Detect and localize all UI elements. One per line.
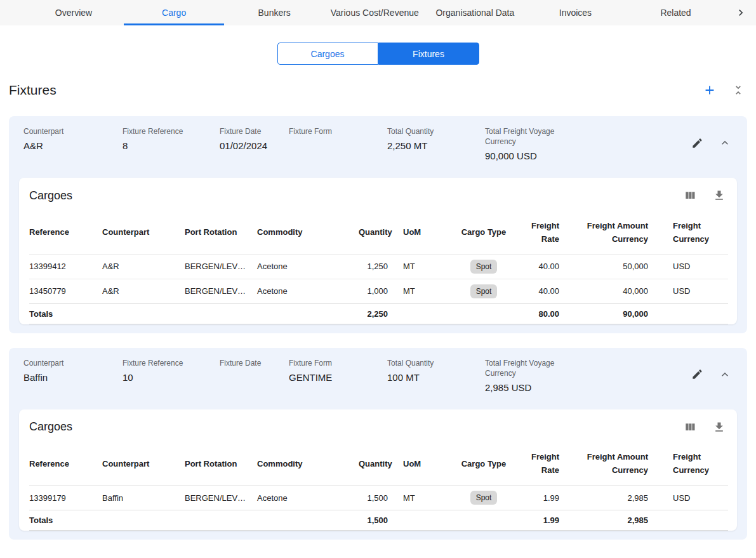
col-freight-amount-currency: Freight Amount Currency [569,212,658,254]
col-counterpart: Counterpart [102,212,185,254]
field-label: Counterpart [23,126,103,136]
col-freight-rate: Freight Rate [512,212,569,254]
cell-freight-amount-currency: 50,000 [569,254,658,279]
cell-counterpart: Baffin [102,486,185,510]
download-icon [713,421,726,434]
cell-commodity: Acetone [257,254,359,279]
field-label: Counterpart [23,358,103,368]
field-label: Fixture Reference [123,358,202,368]
tab-bunkers[interactable]: Bunkers [224,0,324,25]
col-freight-amount-currency: Freight Amount Currency [569,444,658,486]
cargo-type-chip: Spot [470,284,498,298]
totals-label: Totals [29,303,102,324]
tab-various-cost-revenue[interactable]: Various Cost/Revenue [324,0,425,25]
cargoes-title: Cargoes [29,420,72,434]
field-counterpart: Counterpart A&R [23,126,123,152]
toggle-cargoes-button[interactable]: Cargoes [277,43,378,65]
field-total-freight-voyage-currency: Total Freight Voyage Currency 90,000 USD [485,126,593,163]
cell-reference: 13450779 [29,279,102,303]
cargoes-table-actions [682,420,727,435]
cell-quantity: 1,000 [359,279,398,303]
edit-fixture-button[interactable] [690,136,705,150]
cell-counterpart: A&R [102,254,185,279]
cell-cargo-type: Spot [455,486,512,510]
col-reference: Reference [29,212,102,254]
add-fixture-button[interactable] [701,82,718,98]
totals-freight-rate: 80.00 [512,303,569,324]
fixture-header: Counterpart Baffin Fixture Reference 10 … [9,348,747,409]
download-icon [713,189,726,202]
col-reference: Reference [29,444,102,486]
page-actions [701,82,746,98]
download-button[interactable] [712,188,727,203]
field-fixture-date: Fixture Date [220,358,289,384]
cargoes-title: Cargoes [29,189,72,203]
column-settings-button[interactable] [682,188,698,203]
col-uom: UoM [398,444,455,486]
edit-fixture-button[interactable] [690,367,705,382]
toggle-fixtures-button[interactable]: Fixtures [378,43,479,65]
table-row[interactable]: 13399179 Baffin BERGEN/LEV… Acetone 1,50… [29,486,728,510]
totals-freight-rate: 1.99 [512,510,569,531]
pencil-icon [691,137,703,149]
field-label: Fixture Form [289,126,368,136]
collapse-all-button[interactable] [731,83,746,98]
cargoes-table-actions [682,188,727,203]
totals-freight-amount-currency: 90,000 [569,303,658,324]
cell-freight-amount-currency: 2,985 [569,486,658,510]
tab-cargo[interactable]: Cargo [124,0,224,25]
totals-row: Totals 1,500 1.99 2,985 [29,510,728,531]
field-value: GENTIME [289,371,380,384]
collapse-fixture-button[interactable] [717,135,733,150]
field-value: 100 MT [387,371,477,384]
cargoes-panel-header: Cargoes [29,188,727,212]
unfold-less-icon [732,84,745,96]
field-fixture-date: Fixture Date 01/02/2024 [220,126,289,152]
fixture-header: Counterpart A&R Fixture Reference 8 Fixt… [9,116,747,178]
col-cargo-type: Cargo Type [455,212,512,254]
field-counterpart: Counterpart Baffin [23,358,123,384]
cargo-type-chip: Spot [470,260,498,274]
col-quantity: Quantity [359,444,398,486]
field-label: Total Quantity [387,126,467,136]
tab-organisational-data[interactable]: Organisational Data [425,0,525,25]
chevron-up-icon [719,136,731,149]
col-commodity: Commodity [257,212,359,254]
col-port-rotation: Port Rotation [185,212,257,254]
col-uom: UoM [398,212,455,254]
page-header: Fixtures [0,82,756,98]
fixture-card: Counterpart Baffin Fixture Reference 10 … [9,348,747,540]
cargoes-table: Reference Counterpart Port Rotation Comm… [29,444,728,531]
field-value: 01/02/2024 [220,140,281,152]
tab-related[interactable]: Related [625,0,726,25]
col-cargo-type: Cargo Type [455,444,512,486]
table-row[interactable]: 13450779 A&R BERGEN/LEV… Acetone 1,000 M… [29,279,728,303]
tab-invoices[interactable]: Invoices [525,0,625,25]
field-value: 8 [123,140,212,152]
field-value: 10 [123,371,212,384]
field-fixture-reference: Fixture Reference 8 [123,126,220,152]
cell-cargo-type: Spot [455,279,512,303]
field-label: Fixture Form [289,358,368,368]
cell-port-rotation: BERGEN/LEV… [185,279,257,303]
cargoes-panel: Cargoes Reference Counterpart P [19,178,737,324]
collapse-fixture-button[interactable] [717,367,733,382]
chevron-right-icon [734,6,747,19]
view-column-icon [684,421,696,434]
view-toggle-row: Cargoes Fixtures [0,43,756,65]
cell-uom: MT [398,486,455,510]
chevron-up-icon [719,368,731,381]
download-button[interactable] [712,420,727,435]
cargo-type-chip: Spot [470,491,498,505]
totals-row: Totals 2,250 80.00 90,000 [29,303,728,324]
field-label: Total Freight Voyage Currency [485,126,564,147]
table-row[interactable]: 13399412 A&R BERGEN/LEV… Acetone 1,250 M… [29,254,728,279]
cell-uom: MT [398,254,455,279]
pencil-icon [691,368,703,380]
table-header-row: Reference Counterpart Port Rotation Comm… [29,212,728,254]
column-settings-button[interactable] [682,420,698,435]
cell-freight-currency: USD [658,486,728,510]
tabs-scroll-right-button[interactable] [726,0,756,25]
cell-freight-rate: 40.00 [512,279,569,303]
tab-overview[interactable]: Overview [23,0,124,25]
